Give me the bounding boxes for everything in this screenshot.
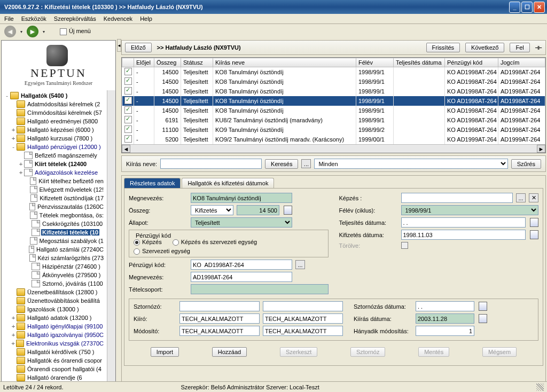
menu-favorites[interactable]: Kedvencek [104, 15, 132, 22]
mod-input2[interactable] [263, 326, 343, 336]
tree-item[interactable]: Üzenettovábbítások beállítá [26, 297, 101, 304]
sztornozo-input2[interactable] [263, 301, 343, 311]
tree-item[interactable]: Hallgató eredményei (5800 [26, 118, 99, 124]
grid-row[interactable]: -6191TeljesítettKU8/2 Tanulmányi ösztönd… [122, 115, 545, 125]
kepzes-input[interactable] [401, 193, 513, 203]
kif-input[interactable] [401, 230, 526, 240]
new-menu-checkbox[interactable] [60, 28, 67, 35]
calendar-icon[interactable] [479, 314, 487, 323]
next-button[interactable]: Következő [465, 43, 504, 52]
grid-header[interactable]: Teljesítés dátuma [394, 58, 445, 67]
hm-input[interactable] [416, 326, 474, 336]
tree-item[interactable]: Kézi számlarögzítés (273 [37, 255, 105, 261]
menu-help[interactable]: Help [140, 15, 152, 22]
tree-item[interactable]: Tételek megbontása, ös: [38, 212, 105, 218]
search-dots-button[interactable]: ... [301, 159, 311, 168]
sztornozo-input1[interactable] [179, 301, 260, 311]
edit-button[interactable]: Szerkeszt [280, 347, 317, 357]
tree-item[interactable]: Kiírt tételhez befizető ren [37, 178, 105, 184]
row-checkbox[interactable] [124, 106, 132, 114]
allapot-dropdown[interactable]: Teljesített [191, 217, 292, 228]
grid-header[interactable]: Félév [356, 58, 394, 67]
tree-item[interactable]: Elvégzett műveletek (12! [38, 186, 105, 193]
megnevezes-input[interactable] [191, 193, 292, 203]
tree-item[interactable]: Kiírt tételek (12400 [34, 161, 88, 167]
grid-header[interactable]: Státusz [181, 58, 213, 67]
pkod-browse-button[interactable]: ... [295, 260, 305, 269]
menu-file[interactable]: File [4, 15, 14, 22]
resize-grip[interactable] [536, 383, 544, 391]
maximize-button[interactable]: ☐ [521, 2, 533, 13]
up-button[interactable]: Fel [510, 43, 529, 52]
tree-item[interactable]: Hallgató pénzügyei (12000 ) [26, 144, 102, 150]
grid-row[interactable]: -14500TeljesítettKO8 Tanulmányi ösztöndí… [122, 77, 545, 87]
row-checkbox[interactable] [124, 68, 132, 75]
row-checkbox[interactable] [124, 77, 132, 85]
calc-icon[interactable] [284, 206, 292, 215]
tree-item[interactable]: Hallgató számlái (27240C [35, 246, 105, 253]
tree-item[interactable]: Házipénztár (274600 ) [41, 263, 101, 270]
tree-item[interactable]: Hallgató képzései (6000 ) [26, 127, 95, 133]
calendar-icon[interactable] [479, 302, 487, 311]
grid-row[interactable]: -5200TeljesítettKO9/2 Tanulmányi ösztönd… [122, 135, 545, 144]
tree-item[interactable]: Hallgatói kérdőívek (750 ) [26, 349, 95, 355]
tree-item[interactable]: Hallgató órarendje (6 [26, 374, 83, 381]
pkod-input[interactable] [191, 260, 292, 270]
grid-row[interactable]: -11100TeljesítettKO9 Tanulmányi ösztöndí… [122, 125, 545, 135]
grid-header[interactable] [122, 58, 134, 67]
tab-details[interactable]: Részletes adatok [124, 178, 181, 188]
grid-row[interactable]: -14500TeljesítettKO8 Tanulmányi ösztöndí… [122, 96, 545, 106]
tree-item[interactable]: Átkönyvelés (279500 ) [41, 272, 101, 278]
mod-input1[interactable] [179, 326, 260, 336]
row-checkbox[interactable] [124, 97, 132, 104]
tree-item-selected[interactable]: Kifizetési tételek (10 [41, 229, 99, 236]
nav-tree[interactable]: -Hallgatók (5400 ) Adatmódosítási kérelm… [2, 90, 107, 392]
telj-input[interactable] [401, 217, 526, 228]
save-button[interactable]: Mentés [418, 347, 449, 357]
kd-input[interactable] [416, 313, 474, 324]
grid-header[interactable]: Előjel [134, 58, 154, 67]
row-checkbox[interactable] [124, 126, 132, 133]
tree-item[interactable]: Hallgató adatok (13200 ) [26, 315, 92, 321]
splitter-handle[interactable]: ◄ [117, 39, 121, 52]
search-button[interactable]: Keresés [265, 159, 298, 169]
tree-item[interactable]: Hallgatók és órarendi csopor [26, 357, 103, 364]
tree-item[interactable]: Igazolások (13000 ) [26, 306, 80, 312]
kepzes-clear-button[interactable]: ✕ [529, 193, 538, 202]
radio-kepzes[interactable] [134, 239, 140, 246]
row-checkbox[interactable] [124, 116, 132, 123]
tree-item[interactable]: Hallgató kurzusai (7800 ) [26, 135, 93, 142]
radio-szervezeti[interactable] [134, 248, 140, 255]
grid-header[interactable]: Összeg [154, 58, 181, 67]
grid-row[interactable]: -14500TeljesítettKO8 Tanulmányi ösztöndí… [122, 67, 545, 77]
tree-item[interactable]: Megosztási szabályok (1 [38, 238, 105, 244]
osszeg-dropdown[interactable]: Kifizetés [191, 205, 233, 215]
tree-scrollbar[interactable] [107, 90, 115, 392]
megn2-input[interactable] [191, 272, 292, 282]
grid-header[interactable]: Pénzügyi kód [445, 58, 498, 67]
tree-item[interactable]: Hallgató igénylőlapjai (99100 [26, 323, 104, 330]
tree-item[interactable]: Csekkrögzítés (103100 [41, 221, 104, 227]
abort-button[interactable]: Mégsem [482, 347, 517, 357]
kiiro-input1[interactable] [179, 313, 260, 324]
kiiro-input2[interactable] [263, 313, 343, 324]
grid-hscroll[interactable]: ◄► [122, 144, 545, 153]
tree-item[interactable]: Órarendi csoport hallgatói (4 [26, 366, 103, 372]
tree-item[interactable]: Elektronikus vizsgák (27370C [25, 340, 105, 347]
tree-item[interactable]: Címmódosítási kérelmek (57 [26, 109, 103, 116]
radio-kepzes-szervezeti[interactable] [173, 239, 179, 246]
row-checkbox[interactable] [124, 135, 132, 143]
menu-role[interactable]: Szerepkörváltás [54, 15, 96, 22]
tree-item[interactable]: Hallgató igazolványai (9950C [26, 332, 105, 338]
prev-button[interactable]: Előző [125, 43, 152, 52]
calendar-icon[interactable] [530, 230, 538, 239]
row-checkbox[interactable] [124, 87, 132, 95]
tree-root[interactable]: Hallgatók (5400 ) [20, 92, 68, 99]
filter-button[interactable]: Szűrés [511, 159, 541, 169]
tree-item[interactable]: Üzenetbeállítások (12800 ) [26, 289, 98, 295]
splitter[interactable]: ◄ [117, 39, 120, 392]
minimize-button[interactable]: _ [509, 2, 520, 13]
tree-item[interactable]: Kifizetett ösztöndíjak (17 [38, 195, 105, 201]
storno-button[interactable]: Sztornóz [350, 347, 385, 357]
nav-back-button[interactable]: ◄ [4, 26, 16, 37]
